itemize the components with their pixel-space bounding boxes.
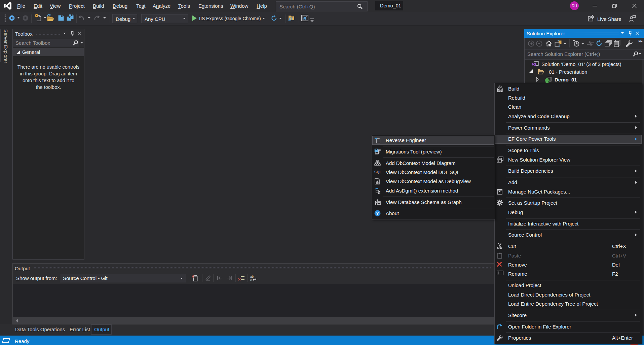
svg-text:ab: ab — [250, 275, 254, 278]
svg-text:?: ? — [376, 211, 379, 216]
svg-text:c: c — [250, 278, 252, 282]
